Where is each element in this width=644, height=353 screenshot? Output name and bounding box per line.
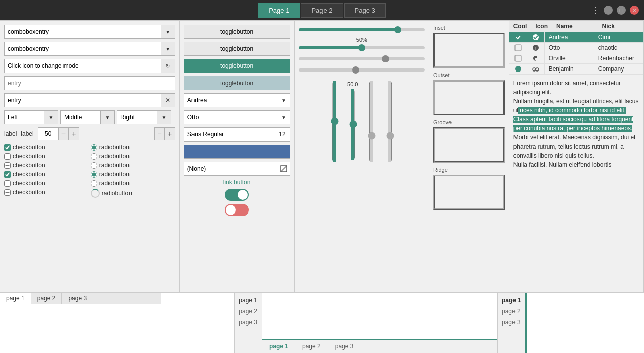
- toggle-btn-2[interactable]: togglebutton: [184, 42, 290, 56]
- radio-label-3: radiobutton: [99, 162, 130, 169]
- toggle-btn-1[interactable]: togglebutton: [184, 25, 290, 39]
- entry-clear-input[interactable]: [4, 93, 161, 107]
- text-highlight: trices nibh, id commodo tortor nisi id e…: [513, 107, 634, 132]
- link-button[interactable]: link button: [223, 179, 251, 186]
- combo-middle-input[interactable]: [60, 110, 101, 124]
- dropdown-andrea-arrow[interactable]: ▼: [278, 93, 290, 107]
- border-ridge-section: Ridge: [433, 167, 505, 210]
- combo-left-btn[interactable]: ▼: [44, 110, 58, 124]
- icon-mode-input[interactable]: [4, 59, 161, 73]
- radio-input-2[interactable]: [91, 153, 97, 160]
- radio-input-1[interactable]: [91, 144, 97, 151]
- checkbox-input-6[interactable]: [4, 189, 11, 196]
- font-size-input[interactable]: [275, 131, 290, 138]
- toggle-switch-on[interactable]: [225, 189, 249, 201]
- radio-input-5[interactable]: [91, 180, 97, 187]
- td-nick-2: chaotic: [594, 43, 643, 53]
- close-button[interactable]: ✕: [630, 6, 639, 15]
- v-slider-4-wrap: [384, 81, 395, 182]
- dropdown-otto-arrow[interactable]: ▼: [278, 110, 290, 124]
- notebook-2-tab-3[interactable]: page 3: [235, 317, 262, 328]
- v-slider-2[interactable]: [348, 89, 358, 160]
- h-slider-3[interactable]: [299, 57, 425, 60]
- color-bar[interactable]: [184, 145, 290, 159]
- combo-left-input[interactable]: [4, 110, 44, 124]
- titlebar-tab-1[interactable]: Page 1: [258, 3, 300, 18]
- spin-inc-1[interactable]: +: [69, 128, 79, 140]
- spin-input-1[interactable]: [38, 128, 58, 140]
- border-groove-box: [433, 127, 505, 163]
- h-slider-2[interactable]: [299, 46, 425, 49]
- v-slider-50-label: 50.0: [347, 81, 358, 87]
- checkbox-column: checkbutton checkbutton checkbutton chec…: [4, 144, 89, 198]
- border-outset-label: Outset: [433, 72, 505, 78]
- h-slider-1[interactable]: [299, 28, 425, 31]
- combo-right-input[interactable]: [117, 110, 157, 124]
- titlebar-tab-2[interactable]: Page 2: [301, 3, 343, 18]
- v-slider-4[interactable]: [384, 81, 395, 162]
- spin-dec-2[interactable]: −: [155, 128, 165, 140]
- notebook-2-tab-2[interactable]: page 2: [235, 306, 262, 317]
- combo-middle-btn[interactable]: ▼: [101, 110, 115, 124]
- titlebar-tab-3[interactable]: Page 3: [344, 3, 386, 18]
- h-slider-4-wrap: [299, 66, 425, 73]
- notebook-3-tab-1[interactable]: page 1: [262, 340, 295, 353]
- font-name-input[interactable]: [184, 131, 275, 138]
- radio-2: radiobutton: [91, 153, 175, 160]
- notebook-2-content: [161, 293, 234, 353]
- toggle-off-wrap: [184, 204, 290, 216]
- checkbox-input-5[interactable]: [4, 180, 11, 187]
- table-row-1[interactable]: Andrea Cimi: [509, 32, 643, 43]
- v-slider-1[interactable]: [329, 81, 339, 162]
- svg-line-1: [281, 166, 287, 172]
- checkbox-label-4: checkbutton: [13, 171, 45, 178]
- radio-input-3[interactable]: [91, 162, 97, 169]
- icon-mode-btn[interactable]: ↻: [161, 59, 175, 73]
- notebook-1-tab-1[interactable]: page 1: [0, 293, 31, 304]
- checkbox-input-4[interactable]: [4, 171, 11, 178]
- v-slider-3[interactable]: [366, 81, 376, 162]
- svg-point-8: [515, 66, 521, 72]
- table-row-2[interactable]: i Otto chaotic: [509, 43, 643, 53]
- td-nick-4: Company: [594, 64, 643, 74]
- checkbox-input-3[interactable]: [4, 162, 11, 169]
- combo-dropdown-btn-2[interactable]: ▼: [161, 42, 175, 56]
- notebook-4-tab-3[interactable]: page 3: [498, 317, 525, 328]
- radio-input-4[interactable]: [91, 171, 97, 178]
- minimize-button[interactable]: —: [604, 6, 613, 15]
- table-row-3[interactable]: Orville Redenbacher: [509, 53, 643, 64]
- combo-input-1[interactable]: [4, 25, 161, 39]
- checkbox-input-2[interactable]: [4, 153, 11, 160]
- toggle-switch-off[interactable]: [225, 204, 249, 216]
- notebook-3-tab-3[interactable]: page 3: [328, 340, 361, 353]
- checkbox-input-1[interactable]: [4, 144, 11, 151]
- toggle-btn-4[interactable]: togglebutton: [184, 76, 290, 90]
- notebook-1-tab-2[interactable]: page 2: [31, 293, 62, 304]
- notebook-2-tab-1[interactable]: page 1: [235, 295, 262, 306]
- radio-6: radiobutton: [91, 189, 175, 198]
- combo-dropdown-btn-1[interactable]: ▼: [161, 25, 175, 39]
- combo-input-2[interactable]: [4, 42, 161, 56]
- none-icon-btn[interactable]: [278, 162, 290, 175]
- notebook-3-tab-2[interactable]: page 2: [295, 340, 328, 353]
- radio-label-2: radiobutton: [99, 153, 130, 160]
- spin-inc-2[interactable]: +: [165, 128, 175, 140]
- spinner-icon: [91, 189, 100, 198]
- h-slider-4[interactable]: [299, 68, 425, 72]
- notebook-1-tab-3[interactable]: page 3: [62, 293, 93, 304]
- notebook-4-tab-2[interactable]: page 2: [498, 306, 525, 317]
- entry-clear-btn[interactable]: ✕: [161, 93, 175, 107]
- checkbox-label-6: checkbutton: [13, 189, 45, 196]
- dropdown-andrea-input[interactable]: [184, 97, 278, 104]
- notebook-4-tab-1[interactable]: page 1: [498, 295, 525, 306]
- menu-dots[interactable]: ⋮: [591, 5, 600, 16]
- entry-placeholder-input[interactable]: [4, 76, 175, 90]
- table-row-4[interactable]: Benjamin Company: [509, 64, 643, 75]
- combo-right-btn[interactable]: ▼: [157, 110, 171, 124]
- none-input[interactable]: [184, 165, 278, 172]
- td-icon-3: [527, 53, 545, 63]
- spin-dec-1[interactable]: −: [58, 128, 69, 140]
- maximize-button[interactable]: □: [617, 6, 626, 15]
- dropdown-otto-input[interactable]: [184, 114, 278, 121]
- toggle-btn-3[interactable]: togglebutton: [184, 59, 290, 73]
